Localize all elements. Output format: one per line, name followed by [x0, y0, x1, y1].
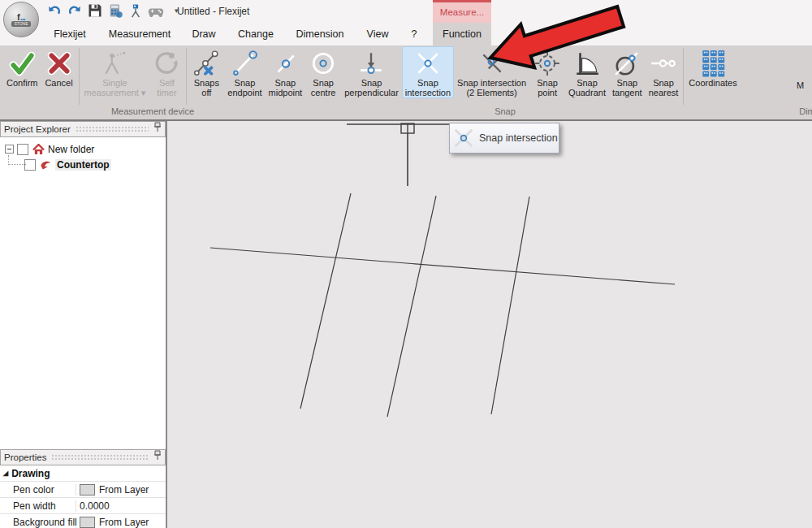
snap-midpoint-button[interactable]: Snapmidpoint	[266, 46, 306, 98]
properties-panel: Properties ◢DrawingPen colorFrom LayerPe…	[0, 449, 167, 528]
logo-dots: ...	[20, 12, 25, 22]
tab-function[interactable]: Function	[433, 23, 491, 45]
property-value[interactable]: From Layer	[76, 517, 149, 528]
properties-category-drawing[interactable]: ◢Drawing	[0, 465, 166, 482]
clipped-ribbon-button[interactable]: M	[797, 80, 804, 90]
snaps-off-icon	[192, 49, 221, 78]
tooltip-snap-intersection: Snap intersection	[449, 123, 559, 154]
tab-draw[interactable]: Draw	[182, 23, 226, 45]
snap-intersection-icon	[413, 49, 443, 78]
snap-nearest-icon	[649, 49, 678, 78]
snap-quadrant-icon	[572, 49, 602, 78]
snap-tangent-label: Snap	[616, 78, 637, 88]
tooltip-text: Snap intersection	[479, 132, 558, 144]
snap-centre-button[interactable]: Snapcentre	[305, 46, 341, 98]
snap-nearest-label: Snap	[653, 78, 674, 88]
coordinates-button[interactable]: Coordinates	[685, 46, 740, 89]
panel-hatch	[51, 454, 149, 461]
self-timer-label: Self	[159, 78, 175, 88]
category-expander-icon: ◢	[3, 470, 8, 477]
color-swatch[interactable]	[80, 517, 95, 528]
tab-measurement[interactable]: Measurement	[104, 23, 175, 45]
snap-intersection-button[interactable]: Snapintersection	[402, 46, 454, 98]
snap-tangent-icon	[612, 49, 641, 78]
snap-midpoint-label2: midpoint	[269, 88, 303, 97]
tab-flexijet[interactable]: Flexijet	[41, 23, 99, 45]
property-row-pen-width: Pen width0.0000	[0, 498, 166, 514]
snap-intersection-2-icon	[477, 49, 507, 78]
self-timer-button[interactable]: Selftimer	[149, 46, 184, 98]
snap-centre-label2: centre	[311, 88, 336, 97]
snaps-off-button[interactable]: Snapsoff	[188, 46, 224, 98]
snap-point-button[interactable]: Snappoint	[529, 46, 565, 98]
snap-intersection-label2: intersection	[405, 88, 451, 97]
single-measurement-button[interactable]: Singlemeasurement ▾	[81, 46, 149, 98]
coordinates-label: Coordinates	[689, 78, 736, 88]
cancel-button[interactable]: Cancel	[41, 46, 77, 89]
snap-tangent-button[interactable]: Snaptangent	[609, 46, 646, 98]
redo-icon[interactable]	[67, 2, 83, 19]
tab-dimension[interactable]: Dimension	[289, 23, 351, 45]
undo-icon[interactable]	[46, 2, 63, 19]
cancel-label: Cancel	[45, 78, 72, 88]
snap-nearest-label2: nearest	[649, 88, 679, 97]
snap-midpoint-icon	[270, 49, 300, 78]
ribbon-group-divider	[683, 48, 684, 105]
snap-intersection-label: Snap	[417, 78, 438, 88]
snap-perpendicular-label: Snap	[361, 78, 382, 88]
pin-icon[interactable]	[153, 122, 162, 136]
contextual-tab-header[interactable]: Measure...	[433, 0, 491, 23]
tree-item-label: Countertop	[55, 159, 111, 171]
snap-quadrant-button[interactable]: SnapQuadrant	[565, 46, 609, 98]
tree-checkbox[interactable]	[24, 159, 36, 171]
snap-endpoint-button[interactable]: Snapendpoint	[224, 46, 265, 98]
tab-view[interactable]: View	[359, 23, 396, 45]
snap-perpendicular-button[interactable]: Snapperpendicular	[341, 46, 402, 98]
project-explorer-header: Project Explorer	[0, 121, 166, 137]
ribbon: ConfirmCancelSinglemeasurement ▾Selftime…	[0, 45, 812, 121]
project-explorer-title: Project Explorer	[4, 124, 71, 134]
property-label: Pen width	[0, 500, 76, 512]
snap-quadrant-label: Snap	[577, 78, 598, 88]
self-timer-icon	[152, 49, 181, 78]
snap-intersection-2-button[interactable]: Snap intersection(2 Elements)	[454, 46, 529, 98]
confirm-button[interactable]: Confirm	[3, 46, 41, 89]
app-logo[interactable]: f... STONE	[3, 2, 39, 37]
ribbon-group-divider	[186, 48, 187, 105]
controller-icon[interactable]	[148, 2, 164, 19]
snap-perpendicular-icon	[356, 49, 386, 78]
snap-point-icon	[533, 49, 562, 78]
category-label: Drawing	[11, 468, 50, 479]
snap-quadrant-label2: Quadrant	[568, 88, 606, 97]
save-icon[interactable]	[87, 2, 103, 19]
ribbon-tab-row: FlexijetMeasurementDrawChangeDimensionVi…	[0, 23, 812, 45]
property-label: Pen color	[0, 484, 76, 496]
property-value[interactable]: From Layer	[76, 484, 149, 496]
station-icon[interactable]	[127, 2, 144, 19]
tree-item-label: New folder	[48, 144, 94, 155]
tree-item-new-folder[interactable]: New folder	[0, 141, 166, 157]
snaps-off-label: Snaps	[194, 78, 219, 88]
calculator-icon[interactable]	[107, 2, 123, 19]
flexijet-window: f... STONE ▾ Untitled - Flexijet Flexije…	[0, 0, 812, 528]
tree-connector	[8, 164, 26, 165]
drawing-canvas[interactable]	[167, 121, 812, 528]
ribbon-group-divider	[79, 48, 80, 105]
snap-nearest-button[interactable]: Snapnearest	[646, 46, 682, 98]
project-tree: New folderCountertop	[0, 137, 166, 434]
snap-endpoint-label2: endpoint	[227, 88, 261, 97]
contextual-tab-label: Measure...	[440, 7, 484, 17]
snap-centre-label: Snap	[313, 78, 334, 88]
tree-expander-icon[interactable]	[5, 145, 14, 154]
color-swatch[interactable]	[80, 484, 95, 496]
property-value[interactable]: 0.0000	[76, 500, 110, 512]
tab-help[interactable]: ?	[403, 23, 425, 45]
single-measurement-label: Single	[102, 78, 127, 88]
tree-checkbox[interactable]	[17, 144, 28, 155]
pin-icon[interactable]	[153, 450, 162, 465]
tab-change[interactable]: Change	[232, 23, 279, 45]
snap-perpendicular-label2: perpendicular	[344, 88, 399, 97]
confirm-icon	[7, 49, 37, 78]
snap-point-label2: point	[538, 88, 557, 97]
properties-header: Properties	[0, 449, 166, 465]
